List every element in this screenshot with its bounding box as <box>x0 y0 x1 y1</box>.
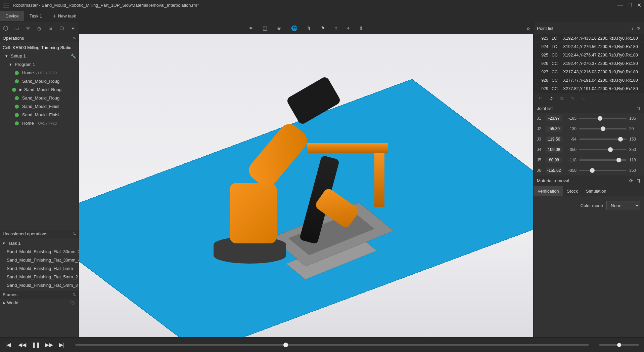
sort-icon[interactable]: ⇅ <box>637 178 641 183</box>
visibility-off-icon[interactable] <box>70 300 75 306</box>
speed-slider[interactable] <box>599 344 639 346</box>
redo-icon[interactable]: ↺ <box>549 96 553 101</box>
tab-stock[interactable]: Stock <box>563 186 582 196</box>
operation-row[interactable]: Sand_Mould_Finisl <box>0 102 79 111</box>
light-icon[interactable]: ✶ <box>249 25 253 31</box>
unassigned-item[interactable]: Sand_Mould_Finishing_Flat_30mm_4 <box>0 256 79 264</box>
jointlist-title: Joint list <box>537 106 553 111</box>
unassigned-item[interactable]: Sand_Mould_Finishing_Flat_30mm_3 <box>0 247 79 256</box>
settings-gear-icon[interactable]: ✲ <box>637 26 641 31</box>
joint-max: 150 <box>629 137 641 142</box>
pause-icon[interactable]: ❚❚ <box>32 342 38 348</box>
joint-value[interactable]: -55.39 <box>546 126 562 132</box>
skip-end-icon[interactable]: ▶| <box>58 342 65 348</box>
flag-icon[interactable]: ⚑ <box>321 25 325 31</box>
joint-slider[interactable] <box>579 128 627 129</box>
tab-simulation[interactable]: Simulation <box>582 186 610 196</box>
document-icon[interactable]: 🗎 <box>48 25 53 31</box>
eye-icon[interactable]: 👁 <box>277 26 282 31</box>
operations-label: Operations <box>3 36 24 41</box>
operation-row[interactable]: Home- UF1 / TF20 <box>0 119 79 127</box>
close-icon[interactable]: ✕ <box>637 2 641 8</box>
sort-icon[interactable]: ⇅ <box>73 232 76 236</box>
hamburger-menu-icon[interactable] <box>3 3 9 7</box>
joint-slider[interactable] <box>579 159 627 161</box>
joint-slider[interactable] <box>579 118 627 119</box>
joint-slider[interactable] <box>579 170 627 171</box>
tab-verification[interactable]: Verification <box>534 186 563 196</box>
slider-thumb[interactable] <box>598 116 602 121</box>
timeline-thumb[interactable] <box>283 343 288 347</box>
slider-thumb[interactable] <box>616 158 621 162</box>
toolpath-icon[interactable]: ↯ <box>307 25 311 31</box>
export-icon[interactable]: ⇪ <box>359 25 363 31</box>
slider-thumb[interactable] <box>608 147 613 152</box>
rewind-icon[interactable]: ◀◀ <box>18 342 25 348</box>
globe-icon[interactable]: 🌐 <box>291 25 297 31</box>
point-row[interactable]: 929CCX277.82,Y-191.04,Z200,Rz0,Ry0,Rx180 <box>534 85 644 93</box>
point-row[interactable]: 927CCX217.43,Y-216.03,Z200,Rz0,Ry0,Rx180 <box>534 68 644 76</box>
move-down-icon[interactable]: ↓ <box>632 26 634 31</box>
skip-start-icon[interactable]: |◀ <box>5 342 11 348</box>
box-icon[interactable]: ◫ <box>263 25 267 31</box>
sort-icon[interactable]: ⇅ <box>73 36 76 40</box>
slider-thumb[interactable] <box>601 126 605 131</box>
dropdown-caret-icon[interactable]: ▾ <box>70 25 76 31</box>
unassigned-item[interactable]: Sand_Mould_Finishing_Flat_5mm <box>0 264 79 273</box>
point-coords: X192.44,Y-433.16,Z200,Rz0,Ry0,Rx180 <box>563 36 641 41</box>
wrench-icon[interactable]: 🔧 <box>71 53 76 58</box>
cell-row[interactable]: Cell: KR500 Milling-Trimming Static <box>0 43 79 52</box>
slider-thumb[interactable] <box>590 168 595 173</box>
unassigned-item[interactable]: Sand_Mould_Finishing_Flat_5mm_2 <box>0 273 79 281</box>
joint-row: J6-155.62-350350 <box>534 165 644 175</box>
joint-value[interactable]: 119.50 <box>546 136 562 142</box>
gear-icon[interactable]: ✲ <box>25 25 31 31</box>
operation-row[interactable]: Sand_Mould_Roug <box>0 77 79 85</box>
joint-value[interactable]: 109.08 <box>546 147 562 153</box>
point-row[interactable]: 923LCX192.44,Y-433.16,Z200,Rz0,Ry0,Rx180 <box>534 34 644 43</box>
operation-row[interactable]: Sand_Mould_Finisl <box>0 111 79 119</box>
speed-thumb[interactable] <box>617 343 621 347</box>
tool-icon[interactable]: ⌖ <box>347 25 350 31</box>
tab-device[interactable]: Device <box>0 11 24 21</box>
joint-name: J3 <box>537 137 543 142</box>
display-icon[interactable]: 🖵 <box>59 25 64 31</box>
move-up-icon[interactable]: ↑ <box>626 26 628 31</box>
robot-icon[interactable]: ⎍ <box>334 26 337 31</box>
operations-tree: Cell: KR500 Milling-Trimming Static ▾ Se… <box>0 42 79 129</box>
setup-row[interactable]: ▾ Setup 1 🔧 <box>0 52 79 60</box>
forward-icon[interactable]: ▶▶ <box>45 342 52 348</box>
path-icon[interactable] <box>14 25 19 31</box>
point-row[interactable]: 926CCX192.44,Y-276.37,Z200,Rz0,Ry0,Rx180 <box>534 60 644 68</box>
timer-icon[interactable]: ◷ <box>36 25 42 31</box>
minimize-icon[interactable]: — <box>617 2 623 8</box>
unassigned-task-row[interactable]: ▾ Task 1 <box>0 239 79 247</box>
joint-slider[interactable] <box>579 139 627 140</box>
sort-icon[interactable]: ⇅ <box>637 106 641 111</box>
sort-icon[interactable]: ⇅ <box>73 292 76 297</box>
cube-icon[interactable] <box>3 25 8 31</box>
collapse-right-icon[interactable]: » <box>526 25 530 32</box>
point-row[interactable]: 924LCX192.44,Y-276.56,Z200,Rz0,Ry0,Rx180 <box>534 43 644 51</box>
timeline-slider[interactable] <box>75 344 589 346</box>
color-mode-select[interactable]: None <box>606 201 640 210</box>
refresh-icon[interactable]: ⟳ <box>629 178 633 183</box>
joint-min: -350 <box>565 168 577 173</box>
3d-viewport[interactable] <box>79 34 533 337</box>
slider-thumb[interactable] <box>618 137 623 142</box>
unassigned-item[interactable]: Sand_Mould_Finishing_Flat_5mm_3 <box>0 281 79 289</box>
joint-value[interactable]: -155.62 <box>546 167 562 173</box>
joint-slider[interactable] <box>579 149 627 150</box>
operation-row[interactable]: Sand_Mould_Roug <box>0 94 79 102</box>
program-row[interactable]: ▾ Program 1 <box>0 60 79 69</box>
tab-task1[interactable]: Task 1 <box>24 11 48 21</box>
frames-world-row[interactable]: ▸ World <box>0 299 79 307</box>
operation-row[interactable]: ▶Sand_Mould_Roug <box>0 85 79 94</box>
maximize-icon[interactable]: ❐ <box>628 2 632 8</box>
joint-value[interactable]: -23.97 <box>546 115 562 121</box>
joint-value[interactable]: 80.98 <box>546 157 562 163</box>
operation-row[interactable]: Home- UF1 / TF20 <box>0 69 79 77</box>
point-row[interactable]: 925CCX192.44,Y-276.47,Z200,Rz0,Ry0,Rx180 <box>534 51 644 60</box>
point-row[interactable]: 928CCX277.77,Y-191.04,Z200,Rz0,Ry0,Rx180 <box>534 76 644 85</box>
new-task-button[interactable]: + New task <box>49 11 80 21</box>
